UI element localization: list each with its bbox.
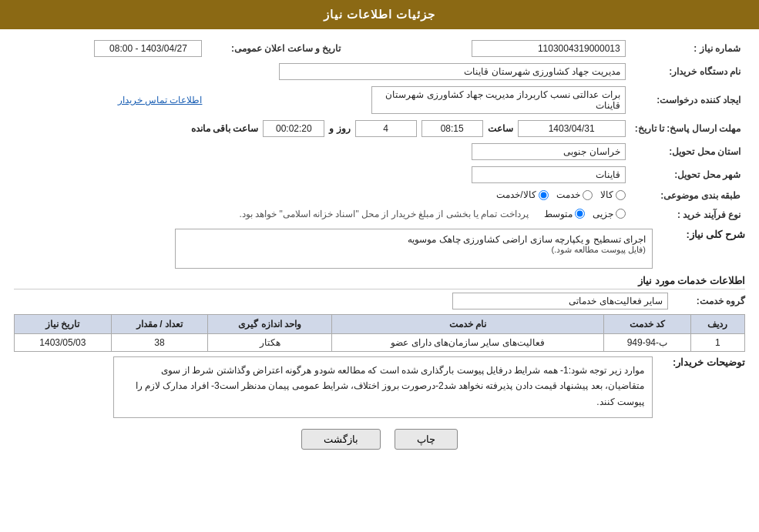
category-label-both: کالا/خدمت [496,189,536,200]
page-wrapper: جزئیات اطلاعات نیاز شماره نیاز : 1103004… [0,0,759,532]
purchase-type-option-motavasset: متوسط [544,209,585,219]
creator-label: ایجاد کننده درخواست: [630,83,745,117]
description-section: شرح کلی نیاز: اجرای تسطیح و یکپارچه سازی… [14,229,745,269]
province-label: استان محل تحویل: [630,140,745,163]
category-label: طبقه بندی موضوعی: [630,186,745,206]
col-qty: تعداد / مقدار [111,315,208,334]
creator-box: برات عدالتی نسب کاربرداز مدیریت جهاد کشا… [371,86,626,114]
notes-content: موارد زیر توجه شود:1- همه شرایط درفایل پ… [14,356,653,418]
table-cell: ب-94-949 [603,334,690,352]
description-label: شرح کلی نیاز: [653,229,745,240]
buyer-name-box: مدیریت جهاد کشاورزی شهرستان قاینات [279,63,626,80]
category-label-kala: کالا [600,189,613,200]
page-title: جزئیات اطلاعات نیاز [324,8,435,21]
request-number-label: شماره نیاز : [630,37,745,60]
remaining-suffix: ساعت باقی مانده [191,123,259,134]
city-value: قاینات [14,163,630,186]
description-box: اجرای تسطیح و یکپارچه سازی اراضی کشاورزی… [175,229,653,269]
category-value: کالا خدمت کالا/خدمت [14,186,630,206]
response-deadline-row: 1403/04/31 ساعت 08:15 4 روز و 00:02:20 س… [14,117,630,140]
remaining-days-box: 4 [355,120,417,137]
province-value: خراسان جنوبی [14,140,630,163]
announce-box: 1403/04/27 - 08:00 [94,40,202,57]
table-cell: 1 [690,334,744,352]
announce-value: 1403/04/27 - 08:00 [14,37,207,60]
col-unit: واحد اندازه گیری [208,315,332,334]
service-info-title: اطلاعات خدمات مورد نیاز [14,275,745,289]
buyer-name-value: مدیریت جهاد کشاورزی شهرستان قاینات [14,60,630,83]
description-line2: (فایل پیوست مطالعه شود.) [182,245,646,255]
request-number-box: 1103004319000013 [472,40,626,57]
category-option-khedmat: خدمت [556,189,593,200]
response-time-box: 08:15 [421,120,483,137]
category-radio-kala[interactable] [616,190,626,200]
table-cell: 38 [111,334,208,352]
table-cell: 1403/05/03 [15,334,112,352]
purchase-type-label: نوع فرآیند خرید : [630,206,745,225]
back-button[interactable]: بازگشت [301,429,381,450]
category-label-khedmat: خدمت [556,189,580,200]
category-option-both: کالا/خدمت [496,189,548,200]
remaining-days-label: روز و [329,123,350,134]
table-cell: هکتار [208,334,332,352]
notes-section: توضیحات خریدار: موارد زیر توجه شود:1- هم… [14,356,745,418]
announce-label: تاریخ و ساعت اعلان عمومی: [207,37,345,60]
city-label: شهر محل تحویل: [630,163,745,186]
request-number-value: 1103004319000013 [361,37,630,60]
description-line1: اجرای تسطیح و یکپارچه سازی اراضی کشاورزی… [182,234,646,245]
table-cell: فعالیت‌های سایر سازمان‌های دارای عضو [332,334,604,352]
service-group-row: گروه خدمت: سایر فعالیت‌های خدماتی [14,293,745,309]
purchase-type-label-jozii: جزیی [593,209,613,219]
service-group-box: سایر فعالیت‌های خدماتی [452,293,668,309]
response-deadline-label: مهلت ارسال پاسخ: تا تاریخ: [630,117,745,140]
category-option-kala: کالا [600,189,626,200]
page-header: جزئیات اطلاعات نیاز [0,0,759,29]
purchase-type-label-motavasset: متوسط [544,209,573,219]
table-row: 1ب-94-949فعالیت‌های سایر سازمان‌های دارا… [15,334,745,352]
col-code: کد خدمت [603,315,690,334]
purchase-type-option-jozii: جزیی [593,209,626,219]
purchase-type-radio-jozii[interactable] [616,209,626,219]
buyer-name-label: نام دستگاه خریدار: [630,60,745,83]
response-time-label: ساعت [488,123,513,134]
col-row: ردیف [690,315,744,334]
description-content: اجرای تسطیح و یکپارچه سازی اراضی کشاورزی… [14,229,653,269]
purchase-type-note: پرداخت تمام یا بخشی از مبلغ خریدار از مح… [239,209,528,219]
button-row: چاپ بازگشت [14,429,745,450]
contact-link[interactable]: اطلاعات تماس خریدار [118,95,203,105]
services-table: ردیف کد خدمت نام خدمت واحد اندازه گیری ت… [14,314,745,352]
purchase-type-radio-motavasset[interactable] [575,209,585,219]
col-name: نام خدمت [332,315,604,334]
purchase-type-value: جزیی متوسط پرداخت تمام یا بخشی از مبلغ خ… [14,206,630,225]
service-group-label: گروه خدمت: [668,296,745,306]
category-radio-both[interactable] [539,190,549,200]
city-box: قاینات [472,166,626,183]
response-date-box: 1403/04/31 [518,120,626,137]
category-radio-khedmat[interactable] [583,190,593,200]
notes-box: موارد زیر توجه شود:1- همه شرایط درفایل پ… [113,356,653,418]
col-date: تاریخ نیاز [15,315,112,334]
print-button[interactable]: چاپ [395,429,458,450]
remaining-time-box: 00:02:20 [263,120,324,137]
main-content: شماره نیاز : 1103004319000013 تاریخ و سا… [0,29,759,465]
notes-label: توضیحات خریدار: [653,356,745,368]
info-table: شماره نیاز : 1103004319000013 تاریخ و سا… [14,37,745,224]
province-box: خراسان جنوبی [472,143,626,160]
creator-value: برات عدالتی نسب کاربرداز مدیریت جهاد کشا… [207,83,630,117]
